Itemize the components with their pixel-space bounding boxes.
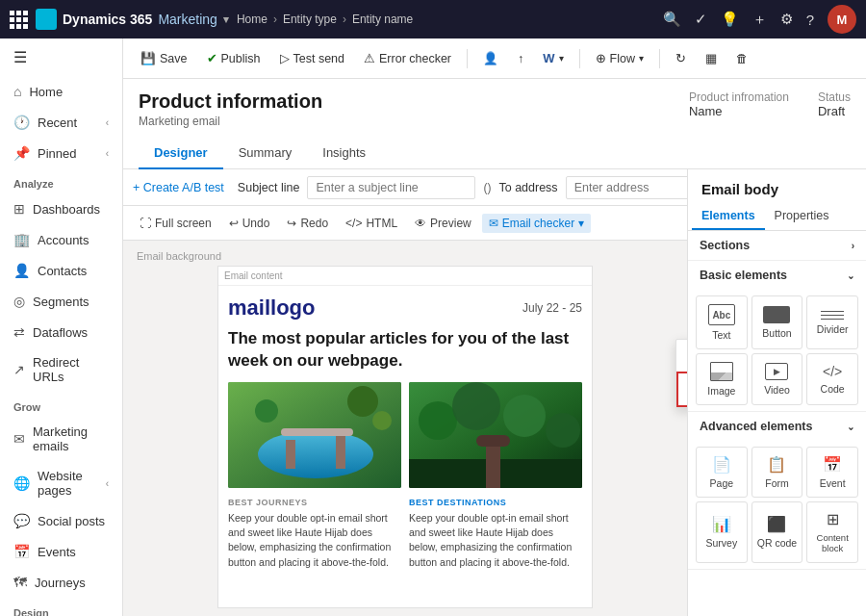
- html-label: HTML: [366, 217, 397, 230]
- preview-button[interactable]: 👁 Preview: [408, 214, 478, 233]
- element-image[interactable]: Image: [696, 353, 748, 405]
- breadcrumb-item-entity-type[interactable]: Entity type: [283, 13, 337, 26]
- tab-summary[interactable]: Summary: [223, 138, 308, 169]
- brand-chevron[interactable]: ▾: [223, 13, 229, 26]
- sidebar-item-redirect[interactable]: ↗ Redirect URLs: [0, 347, 122, 392]
- pool-svg: [228, 382, 401, 488]
- error-checker-button[interactable]: ⚠ Error checker: [356, 47, 459, 69]
- subject-line-label: Subject line: [238, 181, 300, 194]
- subject-line-input[interactable]: [307, 176, 475, 199]
- avatar[interactable]: M: [828, 5, 856, 34]
- checklist-icon[interactable]: ✓: [695, 11, 707, 28]
- sidebar-item-home[interactable]: ⌂ Home: [0, 76, 122, 107]
- svg-point-5: [255, 399, 278, 423]
- tab-designer[interactable]: Designer: [139, 138, 223, 169]
- plus-icon[interactable]: ＋: [752, 11, 767, 29]
- page-title-row: Product information Marketing email Prod…: [139, 90, 851, 128]
- user-icon: 👤: [483, 51, 498, 65]
- sidebar-item-events[interactable]: 📅 Events: [0, 536, 122, 567]
- test-send-button[interactable]: ▷ Test send: [272, 47, 353, 69]
- advanced-elements-header[interactable]: Advanced elements ⌄: [688, 412, 866, 441]
- sidebar-hamburger[interactable]: ☰: [0, 38, 122, 76]
- element-survey[interactable]: 📊 Survey: [696, 501, 748, 563]
- subject-bar: + Create A/B test Subject line () To add…: [123, 169, 687, 206]
- svg-point-6: [347, 386, 378, 417]
- sidebar-item-journeys[interactable]: 🗺 Journeys: [0, 567, 122, 598]
- sidebar-item-recent[interactable]: 🕐 Recent ‹: [0, 107, 122, 138]
- element-text[interactable]: Abc Text: [696, 295, 748, 349]
- waffle-menu[interactable]: [10, 11, 28, 29]
- refresh-button[interactable]: ↻: [668, 47, 694, 69]
- flow-button[interactable]: ⊕ Flow ▾: [588, 47, 651, 69]
- page-element-icon: 📄: [712, 455, 731, 474]
- to-address-input[interactable]: [566, 176, 687, 199]
- email-checker-button[interactable]: ✉ Email checker ▾: [482, 214, 591, 233]
- element-form[interactable]: 📋 Form: [751, 447, 803, 498]
- email-canvas: + Create A/B test Subject line () To add…: [123, 169, 687, 616]
- save-button[interactable]: 💾 Save: [133, 47, 195, 69]
- undo-label: Undo: [242, 217, 270, 230]
- sidebar-item-contacts[interactable]: 👤 Contacts: [0, 255, 122, 286]
- html-button[interactable]: </> HTML: [339, 214, 404, 233]
- trash-button[interactable]: 🗑: [728, 48, 756, 69]
- email-articles: BEST JOURNEYS Keep your double opt-in em…: [228, 498, 582, 570]
- right-panel-tabs: Elements Properties: [688, 203, 866, 231]
- sidebar-item-pinned[interactable]: 📌 Pinned ‹: [0, 138, 122, 168]
- code-element-icon: </>: [823, 364, 842, 379]
- advanced-elements-grid: 📄 Page 📋 Form 📅 Event 📊: [688, 441, 866, 569]
- top-nav: Dynamics 365 Marketing ▾ Home › Entity t…: [0, 0, 866, 38]
- sections-header[interactable]: Sections ›: [688, 231, 866, 260]
- element-code[interactable]: </> Code: [806, 353, 858, 405]
- email-checker-icon: ✉: [489, 217, 498, 230]
- sidebar-item-accounts[interactable]: 🏢 Accounts: [0, 224, 122, 255]
- accessibility-checker-item[interactable]: Accessibility checker: [676, 340, 687, 372]
- sidebar-item-dashboards[interactable]: ⊞ Dashboards: [0, 193, 122, 224]
- preview-label: Preview: [430, 217, 471, 230]
- pinned-icon: 📌: [13, 145, 30, 161]
- breadcrumb-item-entity-name[interactable]: Entity name: [352, 13, 413, 26]
- grid-button[interactable]: ▦: [698, 47, 725, 69]
- panel-section-advanced: Advanced elements ⌄ 📄 Page 📋 Form: [688, 412, 866, 570]
- sidebar-item-social[interactable]: 💬 Social posts: [0, 505, 122, 536]
- sidebar-item-marketing-emails[interactable]: ✉ Marketing emails: [0, 417, 122, 461]
- lightbulb-icon[interactable]: 💡: [721, 11, 739, 28]
- share-icon-btn[interactable]: ↑: [510, 48, 531, 69]
- right-tab-properties[interactable]: Properties: [765, 203, 839, 230]
- spam-checker-item[interactable]: Spam checker: [676, 372, 687, 407]
- right-tab-elements[interactable]: Elements: [692, 203, 765, 230]
- element-divider[interactable]: Divider: [806, 295, 858, 349]
- undo-button[interactable]: ↩ Undo: [222, 214, 277, 233]
- email-image-garden: [409, 382, 582, 488]
- right-panel-title: Email body: [688, 169, 866, 197]
- element-page[interactable]: 📄 Page: [696, 447, 748, 498]
- redo-icon: ↪: [287, 217, 296, 230]
- content-block-element-label: Content block: [811, 532, 853, 554]
- element-content-block[interactable]: ⊞ Content block: [806, 501, 858, 563]
- sidebar-item-segments[interactable]: ◎ Segments: [0, 286, 122, 317]
- create-ab-button[interactable]: + Create A/B test: [133, 181, 224, 194]
- sidebar-item-dataflows[interactable]: ⇄ Dataflows: [0, 317, 122, 347]
- word-icon-btn[interactable]: W ▾: [535, 47, 571, 69]
- page-title-area: Product information Marketing email: [139, 90, 322, 128]
- tab-insights[interactable]: Insights: [307, 138, 381, 169]
- redo-button[interactable]: ↪ Redo: [280, 214, 335, 233]
- create-ab-label: + Create A/B test: [133, 181, 224, 194]
- element-button[interactable]: Button: [751, 295, 803, 349]
- recent-icon: 🕐: [13, 115, 30, 130]
- basic-elements-header[interactable]: Basic elements ⌄: [688, 261, 866, 290]
- element-video[interactable]: Video: [751, 353, 803, 405]
- garden-svg: [409, 382, 582, 488]
- sidebar-item-website-pages[interactable]: 🌐 Website pages ‹: [0, 461, 122, 505]
- breadcrumb-item-home[interactable]: Home: [237, 13, 267, 26]
- search-icon[interactable]: 🔍: [663, 11, 681, 28]
- text-element-icon: Abc: [708, 304, 735, 325]
- user-icon-btn[interactable]: 👤: [475, 47, 506, 69]
- full-screen-button[interactable]: ⛶ Full screen: [133, 214, 218, 233]
- help-icon[interactable]: ?: [806, 12, 814, 28]
- element-qr-code[interactable]: ⬛ QR code: [751, 501, 803, 563]
- publish-button[interactable]: ✔ Publish: [199, 47, 268, 69]
- test-send-label: Test send: [293, 52, 345, 65]
- settings-icon[interactable]: ⚙: [780, 11, 793, 28]
- element-event[interactable]: 📅 Event: [806, 447, 858, 498]
- subject-icon[interactable]: (): [483, 181, 491, 194]
